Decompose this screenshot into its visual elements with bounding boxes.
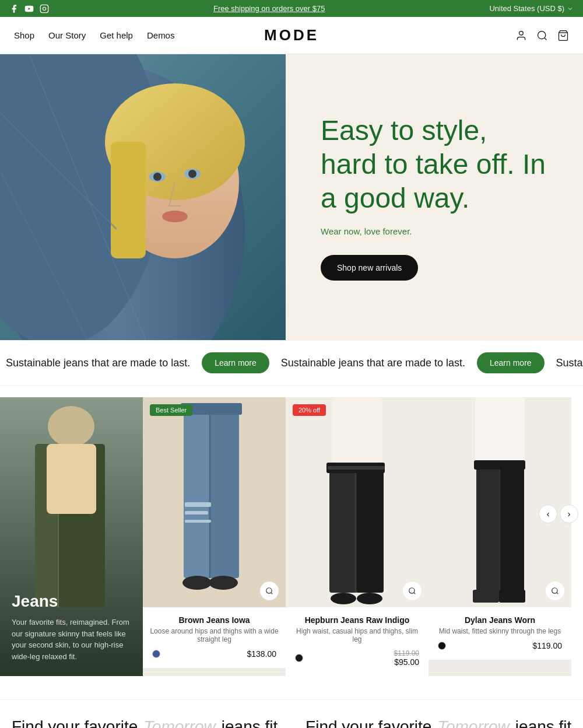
hero-headline: Easy to style, hard to take off. In a go…	[321, 114, 548, 215]
product-color-swatch-1[interactable]	[152, 650, 160, 658]
product-image-3	[429, 397, 571, 607]
svg-rect-27	[184, 403, 213, 578]
hero-section: Easy to style, hard to take off. In a go…	[0, 54, 583, 340]
ticker-text: Sustainable jeans that are made to last.	[6, 357, 190, 369]
svg-point-46	[357, 593, 382, 604]
svg-rect-39	[332, 397, 382, 467]
svg-rect-25	[47, 444, 96, 514]
region-selector[interactable]: United States (USD $)	[489, 4, 574, 13]
svg-rect-55	[473, 590, 499, 603]
facebook-icon[interactable]	[9, 4, 19, 13]
scroll-suffix-1: jeans fit.	[222, 718, 282, 728]
product-price-row-1: $138.00	[150, 649, 279, 659]
shipping-announcement: Free shipping on orders over $75	[49, 4, 489, 13]
scroll-banner-item-1: Find your favorite Tomorrow jeans fit.	[0, 718, 294, 728]
nav-shop[interactable]: Shop	[14, 30, 34, 40]
svg-point-35	[209, 576, 238, 590]
ticker-item-3: Sustainable jeans that are made to last.…	[550, 352, 583, 373]
nav-get-help[interactable]: Get help	[100, 30, 133, 40]
scroll-banner-track: Find your favorite Tomorrow jeans fit. F…	[0, 718, 583, 728]
youtube-icon[interactable]	[24, 4, 34, 13]
svg-rect-56	[499, 590, 525, 603]
carousel-prev-button[interactable]: ‹	[539, 505, 557, 523]
svg-point-2	[519, 32, 524, 36]
shipping-link[interactable]: Free shipping on orders over $75	[213, 4, 325, 13]
svg-rect-40	[329, 464, 357, 593]
svg-point-3	[538, 32, 546, 39]
svg-point-45	[331, 593, 356, 604]
carousel-next-button[interactable]: ›	[560, 505, 578, 523]
product-card-3: Dylan Jeans Worn Mid waist, fitted skinn…	[429, 397, 571, 676]
svg-line-58	[557, 593, 559, 594]
product-badge-sale: 20% off	[293, 404, 326, 416]
hero-image	[0, 54, 286, 340]
product-card-2: 20% off	[286, 397, 429, 676]
product-info-2: Hepburn Jeans Raw Indigo High waist, cas…	[286, 607, 429, 676]
svg-line-4	[545, 38, 547, 40]
product-price-3: $119.00	[532, 641, 562, 650]
carousel-nav: ‹ ›	[539, 505, 578, 523]
svg-rect-32	[185, 511, 208, 514]
product-name-1: Brown Jeans Iowa	[150, 615, 279, 625]
svg-rect-41	[356, 464, 384, 593]
svg-rect-52	[500, 463, 524, 591]
svg-point-34	[182, 576, 212, 590]
scroll-highlight-1: Tomorrow	[143, 718, 215, 728]
product-card-1: Best Seller	[143, 397, 286, 676]
category-description: Your favorite fits, reimagined. From our…	[12, 617, 131, 662]
svg-point-16	[162, 211, 188, 222]
svg-rect-33	[185, 520, 211, 523]
svg-rect-54	[474, 460, 525, 470]
ticker-item: Sustainable jeans that are made to last.…	[0, 352, 275, 373]
product-price-sale-2: $95.00	[394, 657, 419, 667]
scroll-prefix-2: Find your favorite	[305, 718, 431, 728]
ticker-banner: Sustainable jeans that are made to last.…	[0, 340, 583, 386]
social-icons	[9, 4, 49, 13]
svg-line-48	[414, 593, 416, 594]
learn-more-button-2[interactable]: Learn more	[477, 352, 545, 373]
product-desc-2: High waist, casual hips and thighs, slim…	[293, 627, 422, 643]
main-nav: Shop Our Story Get help Demos	[14, 30, 174, 40]
site-logo[interactable]: MODE	[264, 26, 319, 44]
scroll-suffix-2: jeans fit.	[515, 718, 576, 728]
product-price-row-3: $119.00	[436, 641, 564, 650]
hero-subtext: Wear now, love forever.	[321, 226, 548, 236]
products-section: Jeans Your favorite fits, reimagined. Fr…	[0, 386, 583, 699]
scroll-prefix-1: Find your favorite	[12, 718, 138, 728]
product-price-row-2: $119.00 $95.00	[293, 649, 422, 667]
category-card-jeans[interactable]: Jeans Your favorite fits, reimagined. Fr…	[0, 397, 143, 676]
svg-rect-0	[40, 5, 48, 13]
product-color-swatch-2[interactable]	[295, 654, 303, 662]
svg-point-24	[48, 406, 94, 447]
product-image-2: 20% off	[286, 397, 429, 607]
ticker-text-3: Sustainable jeans that are made to last.	[556, 357, 583, 369]
ticker-text-2: Sustainable jeans that are made to last.	[281, 357, 465, 369]
product-color-swatch-3[interactable]	[438, 642, 446, 650]
cart-button[interactable]	[557, 29, 569, 41]
site-header: Shop Our Story Get help Demos MODE	[0, 17, 583, 54]
product-badge-bestseller: Best Seller	[150, 404, 192, 416]
svg-point-47	[409, 588, 415, 593]
hero-cta-button[interactable]: Shop new arrivals	[321, 255, 418, 281]
learn-more-button[interactable]: Learn more	[202, 352, 269, 373]
product-price-original-2: $119.00	[394, 649, 419, 657]
category-card-content: Jeans Your favorite fits, reimagined. Fr…	[12, 592, 131, 662]
nav-demos[interactable]: Demos	[147, 30, 175, 40]
scroll-banner-item-2: Find your favorite Tomorrow jeans fit.	[294, 718, 583, 728]
svg-point-36	[266, 588, 272, 593]
svg-rect-50	[475, 397, 525, 464]
instagram-icon[interactable]	[40, 4, 49, 13]
svg-rect-11	[111, 142, 146, 258]
ticker-track: Sustainable jeans that are made to last.…	[0, 352, 583, 373]
product-desc-3: Mid waist, fitted skinny through the leg…	[436, 627, 564, 635]
hero-model-photo	[0, 54, 286, 340]
account-button[interactable]	[515, 29, 527, 41]
region-label: United States (USD $)	[489, 4, 564, 13]
announcement-bar: Free shipping on orders over $75 United …	[0, 0, 583, 17]
svg-point-14	[153, 173, 161, 181]
search-button[interactable]	[536, 29, 548, 41]
product-name-3: Dylan Jeans Worn	[436, 615, 564, 625]
nav-our-story[interactable]: Our Story	[48, 30, 86, 40]
product-info-1: Brown Jeans Iowa Loose around hips and t…	[143, 607, 286, 668]
svg-rect-51	[476, 463, 501, 591]
